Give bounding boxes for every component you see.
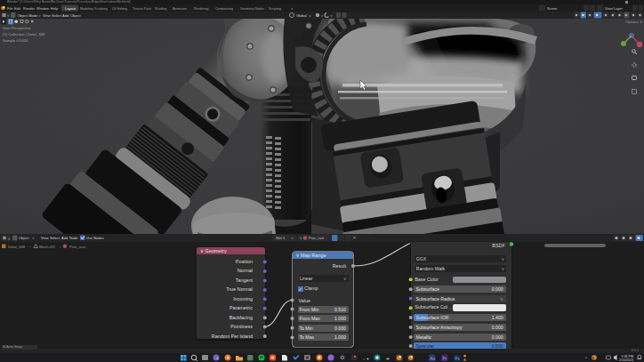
svg-text:Sample 0/1024: Sample 0/1024: [3, 38, 28, 43]
svg-text:∨: ∨: [38, 13, 41, 18]
svg-text:Edit: Edit: [14, 6, 21, 11]
svg-text:Compositing: Compositing: [215, 7, 233, 11]
svg-text:Scripting: Scripting: [269, 7, 281, 11]
svg-text:Object: Object: [70, 13, 81, 18]
svg-text:(1) Collection | Detal_308: (1) Collection | Detal_308: [3, 32, 45, 36]
svg-text:Layout: Layout: [65, 6, 76, 11]
svg-text:∨: ∨: [8, 237, 11, 241]
svg-text:Scene: Scene: [547, 6, 558, 11]
svg-text:∨: ∨: [330, 13, 333, 18]
svg-text:Window: Window: [36, 6, 49, 11]
svg-text:Sculpting: Sculpting: [94, 7, 108, 11]
svg-text:Options ∨: Options ∨: [625, 20, 642, 24]
svg-text:Object: Object: [19, 236, 29, 240]
svg-text:Select: Select: [52, 13, 62, 18]
svg-text:Rendering: Rendering: [194, 7, 209, 11]
svg-text:∨: ∨: [300, 236, 302, 240]
svg-text:Add: Add: [61, 236, 68, 240]
svg-text:Geometry Nodes: Geometry Nodes: [240, 7, 264, 11]
svg-text:Au: Au: [431, 357, 436, 361]
svg-text:∨: ∨: [291, 236, 294, 240]
svg-text:Node: Node: [69, 236, 78, 240]
svg-text:Select: Select: [50, 236, 60, 240]
svg-text:Help: Help: [51, 6, 59, 11]
svg-text:View: View: [43, 13, 51, 18]
svg-text:Use Nodes: Use Nodes: [86, 236, 104, 240]
svg-text:∨: ∨: [32, 236, 35, 240]
svg-text:Global: Global: [296, 13, 307, 18]
svg-text:UV Editing: UV Editing: [112, 7, 127, 11]
svg-text:^: ^: [585, 356, 587, 360]
svg-text:Animation: Animation: [173, 7, 187, 11]
svg-text:∨: ∨: [309, 13, 311, 18]
svg-text:Object Mode: Object Mode: [18, 13, 38, 18]
svg-text:View Layer: View Layer: [605, 6, 623, 11]
svg-text:User Perspective: User Perspective: [3, 26, 32, 30]
svg-text:Shading: Shading: [155, 7, 166, 11]
svg-text:Modeling: Modeling: [80, 7, 93, 11]
svg-text:Ps: Ps: [455, 357, 461, 361]
svg-text:∨: ∨: [7, 13, 10, 18]
svg-text:∨: ∨: [291, 7, 294, 11]
svg-text:View: View: [41, 236, 49, 240]
svg-text:∨: ∨: [321, 13, 324, 18]
svg-text:2/10/2023: 2/10/2023: [619, 358, 633, 362]
svg-text:Pr: Pr: [443, 357, 447, 361]
svg-text:Add: Add: [62, 13, 68, 18]
svg-text:File: File: [7, 6, 13, 11]
svg-text:Texture Paint: Texture Paint: [133, 7, 151, 11]
svg-text:‹: ‹: [363, 356, 365, 361]
svg-text:Render: Render: [23, 6, 36, 11]
svg-text:Proc_rust: Proc_rust: [309, 236, 325, 240]
svg-text:Slot 1: Slot 1: [276, 236, 286, 240]
